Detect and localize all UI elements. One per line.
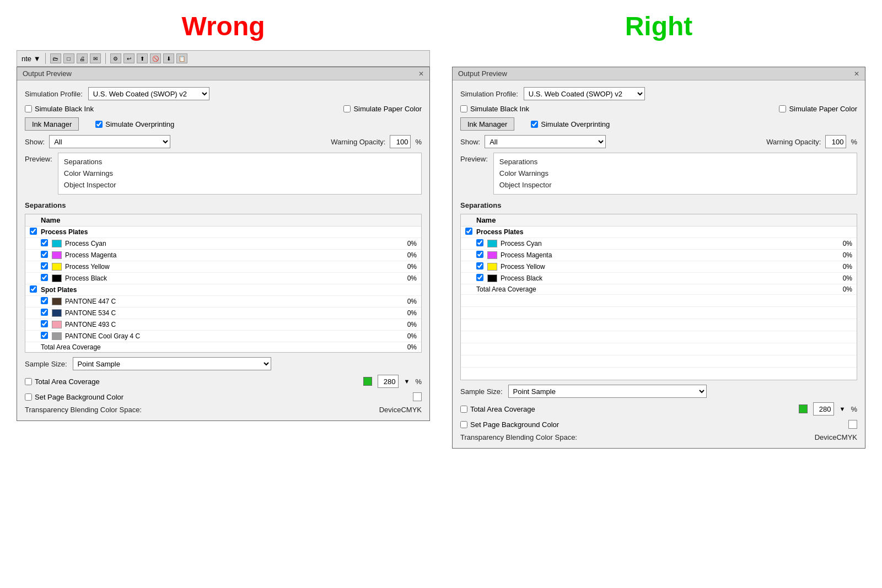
left-simulate-overprinting[interactable]: Simulate Overprinting [95,120,174,128]
left-pct-label: % [415,138,422,146]
right-cb-cyan[interactable] [476,239,483,246]
right-tac-unit: % [851,405,857,413]
right-bg-color-swatch[interactable] [848,420,857,429]
right-black-ink-checkbox[interactable] [460,105,467,112]
folder-icon[interactable]: 🗁 [50,53,61,63]
table-row: PANTONE 534 C 0% [25,308,421,319]
left-ink-manager-btn[interactable]: Ink Manager [25,117,79,131]
right-warning-opacity-input[interactable] [825,135,846,148]
right-panel-close[interactable]: ✕ [854,70,859,78]
left-cb-p534[interactable] [41,309,48,316]
left-cb-process-plates[interactable] [30,228,37,235]
left-sim-profile-label: Simulation Profile: [25,90,83,98]
left-panel-title: Output Preview [23,69,72,78]
left-black-ink-checkbox[interactable] [25,105,32,112]
up-icon[interactable]: ⬆ [137,53,148,63]
left-panel-close[interactable]: ✕ [418,70,424,78]
left-swatch-black [52,274,62,282]
left-cb-pcg4[interactable] [41,332,48,339]
right-simulate-overprinting[interactable]: Simulate Overprinting [531,120,610,128]
left-ink-row: Ink Manager Simulate Overprinting [25,117,422,131]
left-tac-checkbox[interactable] [25,378,32,385]
right-cb-magenta[interactable] [476,251,483,258]
right-simulate-black-ink[interactable]: Simulate Black Ink [460,105,529,113]
right-bg-color-label[interactable]: Set Page Background Color [460,420,559,429]
table-row: Process Cyan 0% [461,238,857,250]
left-tac-checkbox-label[interactable]: Total Area Coverage [25,377,100,386]
email-icon[interactable]: ✉ [90,53,101,63]
left-panel-body: Simulation Profile: U.S. Web Coated (SWO… [17,80,429,420]
right-sim-profile-select[interactable]: U.S. Web Coated (SWOP) v2 [524,87,645,100]
left-preview-label: Preview: [25,155,52,163]
right-bg-color-row: Set Page Background Color [460,420,857,429]
right-green-swatch [799,404,808,413]
right-cb-process-plates[interactable] [465,228,472,235]
left-tac-value-input[interactable] [378,375,399,388]
left-tac-dropdown[interactable]: ▼ [404,378,410,385]
left-cb-cyan[interactable] [41,239,48,246]
right-sample-size-select[interactable]: Point Sample [508,385,707,398]
right-sim-profile-row: Simulation Profile: U.S. Web Coated (SWO… [460,87,857,100]
left-bg-color-swatch[interactable] [413,392,422,401]
right-cb-black[interactable] [476,274,483,281]
window-icon[interactable]: □ [63,53,74,63]
right-tac-value-input[interactable] [813,402,834,416]
left-cb-spot-plates[interactable] [30,285,37,293]
left-swatch-yellow [52,263,62,271]
left-sim-profile-select[interactable]: U.S. Web Coated (SWOP) v2 [88,87,209,100]
left-tac-row: Total Area Coverage ▼ % [25,375,422,388]
right-tac-checkbox[interactable] [460,406,467,413]
right-separations-label: Separations [460,201,857,209]
right-panel-title: Output Preview [458,69,507,78]
right-bg-color-checkbox[interactable] [460,421,467,428]
left-simulate-paper-color[interactable]: Simulate Paper Color [343,105,422,113]
right-preview-row: Preview: Separations Color Warnings Obje… [460,153,857,195]
left-sep-header: Name [25,214,421,226]
right-sim-profile-label: Simulation Profile: [460,90,518,98]
right-overprinting-checkbox[interactable] [531,121,538,128]
table-row: PANTONE Cool Gray 4 C 0% [25,331,421,342]
left-sim-profile-row: Simulation Profile: U.S. Web Coated (SWO… [25,87,422,100]
left-simulate-black-ink[interactable]: Simulate Black Ink [25,105,94,113]
settings-icon[interactable]: ⚙ [110,53,121,63]
right-cb-yellow[interactable] [476,262,483,269]
left-preview-item-0: Separations [64,157,416,168]
right-transparency-label: Transparency Blending Color Space: [460,433,577,441]
down-icon[interactable]: ⬇ [163,53,174,63]
right-show-select[interactable]: All [485,135,606,148]
left-sample-size-select[interactable]: Point Sample [73,357,271,370]
left-cb-yellow[interactable] [41,262,48,269]
left-overprinting-checkbox[interactable] [95,121,103,128]
left-cb-magenta[interactable] [41,251,48,258]
table-row: Process Black 0% [25,273,421,284]
divider2 [105,53,106,64]
left-transparency-label: Transparency Blending Color Space: [25,406,142,414]
left-preview-box: Separations Color Warnings Object Inspec… [58,153,422,195]
left-preview-item-1: Color Warnings [64,168,416,180]
right-panel-body: Simulation Profile: U.S. Web Coated (SWO… [453,80,865,448]
left-cb-black[interactable] [41,274,48,281]
left-preview-item-2: Object Inspector [64,180,416,191]
left-warning-opacity-input[interactable] [390,135,411,148]
right-simulate-paper-color[interactable]: Simulate Paper Color [779,105,857,113]
left-simulate-row: Simulate Black Ink Simulate Paper Color [25,105,422,113]
right-ink-manager-btn[interactable]: Ink Manager [460,117,514,131]
left-cb-p447[interactable] [41,297,48,304]
left-panel-titlebar: Output Preview ✕ [17,67,429,80]
left-show-select[interactable]: All [49,135,170,148]
cancel-icon[interactable]: 🚫 [150,53,161,63]
left-bg-color-label[interactable]: Set Page Background Color [25,393,123,401]
right-preview-item-1: Color Warnings [499,168,851,180]
right-paper-color-checkbox[interactable] [779,105,786,112]
undo-icon[interactable]: ↩ [123,53,135,63]
right-show-label: Show: [460,138,480,146]
right-tac-checkbox-label[interactable]: Total Area Coverage [460,405,535,413]
left-cb-p493[interactable] [41,320,48,327]
printer-icon[interactable]: 🖨 [77,53,88,63]
left-bg-color-row: Set Page Background Color [25,392,422,401]
right-sample-size-label: Sample Size: [460,387,503,396]
copy-icon[interactable]: 📋 [176,53,187,63]
right-tac-dropdown[interactable]: ▼ [840,406,846,412]
left-bg-color-checkbox[interactable] [25,393,32,401]
left-paper-color-checkbox[interactable] [343,105,351,112]
